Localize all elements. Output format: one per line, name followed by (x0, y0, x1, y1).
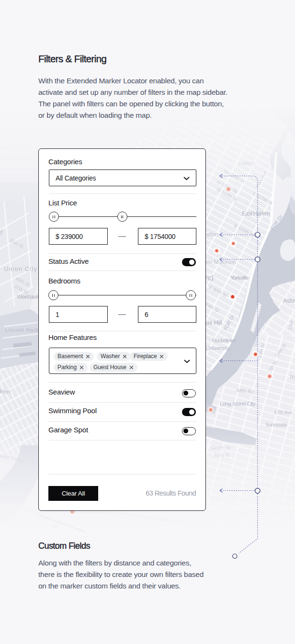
svg-text:Sunnyside: Sunnyside (265, 422, 287, 428)
svg-text:Ne: Ne (52, 523, 59, 530)
svg-text:47th Ave: 47th Ave (274, 410, 293, 415)
svg-text:Rockefeller: Rockefeller (212, 338, 236, 343)
svg-text:Java St: Java St (214, 452, 230, 458)
svg-text:East Harlem: East Harlem (242, 210, 270, 217)
svg-text:Long Island City: Long Island City (220, 401, 256, 407)
svg-text:Astor: Astor (283, 297, 295, 304)
svg-text:attan: attan (206, 231, 218, 237)
svg-text:Yorkville: Yorkville (230, 275, 249, 281)
svg-text:nd: nd (205, 274, 214, 282)
svg-text:Green St: Green St (211, 445, 230, 451)
svg-text:Union City: Union City (4, 266, 37, 272)
svg-text:Weehawk: Weehawk (17, 294, 40, 300)
svg-text:Harlem: Harlem (239, 160, 255, 167)
svg-text:im Museum: im Museum (206, 259, 236, 265)
svg-text:No: No (290, 374, 295, 380)
svg-text:ken: ken (0, 388, 10, 395)
svg-text:ox Hill: ox Hill (206, 319, 222, 326)
svg-text:University: University (206, 345, 230, 351)
